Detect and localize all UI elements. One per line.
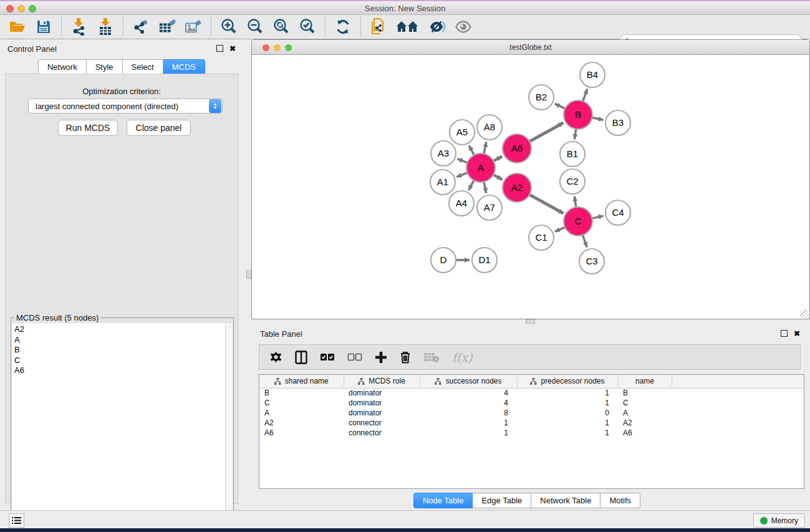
node-C[interactable]: C (564, 207, 592, 236)
node-A1[interactable]: A1 (430, 170, 455, 195)
function-builder-icon[interactable]: f(x) (452, 351, 473, 364)
edge-C-C2[interactable] (574, 196, 576, 207)
node-A4[interactable]: A4 (449, 191, 474, 216)
unselect-all-icon[interactable] (347, 352, 362, 362)
network-canvas[interactable]: AA1A2A3A4A5A6A7A8BB1B2B3B4CC1C2C3C4DD1 (252, 55, 809, 319)
node-A8[interactable]: A8 (477, 115, 502, 140)
edge-B-B4[interactable] (583, 89, 587, 102)
edge-B-B1[interactable] (574, 129, 576, 139)
import-network-icon[interactable] (70, 18, 88, 36)
table-row[interactable]: A6connector11A6 (259, 428, 804, 438)
tab-motifs[interactable]: Motifs (600, 493, 640, 508)
gear-icon[interactable] (269, 351, 282, 364)
zoom-out-icon[interactable] (246, 18, 264, 36)
memory-button[interactable]: Memory (753, 513, 805, 528)
edge-B-B3[interactable] (592, 118, 604, 120)
tab-select[interactable]: Select (123, 59, 163, 75)
horizontal-divider-handle[interactable] (526, 319, 535, 324)
tab-mcds[interactable]: MCDS (163, 59, 205, 75)
export-network-icon[interactable] (132, 18, 150, 36)
edge-C-C1[interactable] (555, 227, 565, 231)
node-A7[interactable]: A7 (477, 195, 502, 220)
table-row[interactable]: Adominator80A (259, 408, 804, 418)
home-icon[interactable] (396, 18, 420, 36)
close-panel-button[interactable]: Close panel (127, 120, 191, 136)
node-D[interactable]: D (431, 248, 456, 273)
node-B1[interactable]: B1 (560, 142, 585, 167)
column-header[interactable]: shared name (259, 375, 344, 388)
node-B2[interactable]: B2 (529, 85, 554, 110)
edge-C-C4[interactable] (592, 216, 603, 218)
clone-network-icon[interactable] (370, 18, 387, 36)
edge-A-A4[interactable] (468, 180, 474, 190)
edge-A6-B[interactable] (529, 123, 563, 142)
node-A6[interactable]: A6 (503, 134, 531, 163)
column-header[interactable]: name (618, 375, 672, 388)
column-header[interactable] (672, 375, 804, 388)
result-item[interactable]: B (14, 345, 226, 355)
delete-icon[interactable] (400, 351, 411, 364)
delete-table-icon[interactable] (423, 352, 440, 363)
float-panel-icon[interactable] (216, 45, 223, 53)
close-table-panel-icon[interactable]: ✖ (794, 330, 800, 337)
hide-selected-icon[interactable] (428, 18, 446, 36)
column-header[interactable]: successor nodes (420, 375, 517, 388)
edge-A-A6[interactable] (493, 157, 502, 161)
edge-B-B2[interactable] (555, 104, 566, 109)
node-A5[interactable]: A5 (450, 120, 475, 145)
criterion-dropdown[interactable]: largest connected component (directed) ▲… (28, 99, 223, 114)
result-item[interactable]: C (14, 355, 226, 366)
edge-A-A7[interactable] (484, 181, 486, 193)
tab-network-table[interactable]: Network Table (531, 493, 600, 508)
result-item[interactable]: A6 (14, 365, 226, 376)
edge-A-A5[interactable] (469, 145, 474, 155)
table-row[interactable]: Cdominator41C (259, 398, 804, 408)
edge-A-A1[interactable] (456, 173, 467, 177)
tab-style[interactable]: Style (87, 59, 123, 75)
node-B3[interactable]: B3 (605, 110, 630, 135)
result-item[interactable]: A2 (14, 324, 226, 335)
zoom-in-icon[interactable] (220, 18, 238, 36)
add-icon[interactable] (375, 351, 387, 364)
result-item[interactable]: A (14, 335, 226, 346)
edge-A-A8[interactable] (484, 142, 486, 153)
node-C4[interactable]: C4 (605, 200, 630, 225)
export-table-icon[interactable] (158, 18, 176, 36)
select-all-icon[interactable] (320, 352, 335, 362)
node-B[interactable]: B (564, 100, 592, 129)
node-A2[interactable]: A2 (503, 173, 531, 202)
node-A[interactable]: A (466, 153, 495, 182)
tab-edge-table[interactable]: Edge Table (473, 493, 531, 508)
resize-grip[interactable] (800, 309, 809, 318)
network-window-titlebar[interactable]: testGlobe.txt (252, 40, 809, 55)
edge-A-A2[interactable] (493, 175, 502, 180)
node-C1[interactable]: C1 (529, 225, 554, 250)
run-mcds-button[interactable]: Run MCDS (58, 120, 118, 136)
node-C2[interactable]: C2 (560, 169, 585, 194)
tab-node-table[interactable]: Node Table (413, 493, 473, 508)
edge-A-A3[interactable] (457, 159, 467, 163)
export-image-icon[interactable] (185, 18, 202, 36)
node-D1[interactable]: D1 (472, 248, 497, 273)
task-history-button[interactable] (9, 513, 24, 528)
table-row[interactable]: Bdominator41B (259, 388, 804, 398)
node-table[interactable]: shared nameMCDS rolesuccessor nodesprede… (259, 374, 804, 489)
mcds-result-list[interactable]: A2ABCA6 (12, 323, 226, 530)
tab-network[interactable]: Network (38, 59, 87, 75)
node-B4[interactable]: B4 (580, 62, 605, 87)
node-C3[interactable]: C3 (579, 249, 604, 274)
close-panel-icon[interactable]: ✖ (229, 45, 236, 52)
node-A3[interactable]: A3 (431, 141, 456, 166)
open-folder-icon[interactable] (9, 18, 26, 36)
import-table-icon[interactable] (97, 18, 114, 36)
panel-divider-handle[interactable] (246, 270, 251, 279)
columns-icon[interactable] (295, 351, 307, 364)
refresh-icon[interactable] (334, 18, 352, 36)
show-all-icon[interactable] (455, 18, 472, 36)
float-table-panel-icon[interactable] (781, 330, 788, 338)
zoom-selected-icon[interactable] (299, 18, 316, 36)
edge-C-C3[interactable] (582, 235, 587, 248)
zoom-fit-icon[interactable] (272, 18, 290, 36)
save-icon[interactable] (35, 18, 52, 36)
table-row[interactable]: A2connector11A2 (259, 418, 804, 428)
